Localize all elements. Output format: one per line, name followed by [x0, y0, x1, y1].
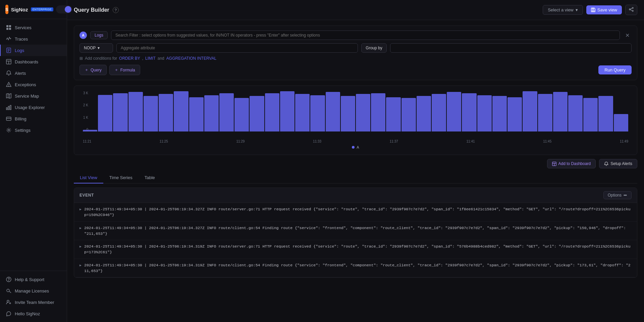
- help-icon[interactable]: ?: [113, 7, 119, 13]
- sidebar-item-billing[interactable]: Billing: [0, 113, 67, 124]
- chart-bar: [462, 93, 476, 131]
- log-row[interactable]: ▶ 2024-01-25T11:49:34+05:30 | 2024-01-25…: [74, 222, 637, 240]
- tab-time-series[interactable]: Time Series: [103, 172, 139, 183]
- svg-point-27: [7, 300, 9, 302]
- chart-bar: [204, 95, 219, 131]
- sidebar-item-manage-licenses[interactable]: Manage Licenses: [0, 285, 67, 297]
- svg-line-35: [630, 8, 632, 9]
- chart-bar: [492, 96, 507, 131]
- log-row[interactable]: ▶ 2024-01-25T11:49:34+05:30 | 2024-01-25…: [74, 240, 637, 259]
- sidebar-item-traces[interactable]: Traces: [0, 33, 67, 45]
- svg-rect-30: [592, 10, 594, 11]
- map-icon: [6, 93, 11, 99]
- sidebar-label-traces: Traces: [15, 37, 28, 42]
- log-expand-icon[interactable]: ▶: [79, 263, 82, 268]
- svg-rect-0: [6, 25, 8, 27]
- chart-bar: [128, 92, 143, 131]
- tab-time-series-label: Time Series: [109, 175, 132, 180]
- log-expand-icon[interactable]: ▶: [79, 226, 82, 231]
- svg-marker-13: [6, 94, 11, 98]
- sidebar-item-help-support[interactable]: Help & Support: [0, 274, 67, 285]
- view-tabs: List View Time Series Table: [74, 172, 637, 183]
- save-view-button[interactable]: Save view: [586, 5, 622, 14]
- log-expand-icon[interactable]: ▶: [79, 244, 82, 249]
- sidebar-label-logs: Logs: [15, 48, 24, 53]
- sidebar-label-manage-licenses: Manage Licenses: [15, 288, 49, 293]
- sidebar-label-exceptions: Exceptions: [15, 82, 36, 87]
- chevron-down-icon: ▾: [576, 7, 578, 12]
- log-text: 2024-01-25T11:49:34+05:30 | 2024-01-25T0…: [84, 206, 632, 218]
- key-icon: [6, 288, 11, 293]
- sidebar-item-invite-team-member[interactable]: Invite Team Member: [0, 297, 67, 308]
- plus-icon-formula: ＋: [114, 67, 118, 73]
- settings-icon: [6, 127, 11, 133]
- svg-rect-1: [9, 25, 11, 27]
- chart-y-axis: 3 K 2 K 1 K 0: [79, 91, 90, 131]
- source-badge[interactable]: Logs: [90, 31, 108, 39]
- query-label-a: A: [79, 32, 87, 39]
- sidebar-label-help-support: Help & Support: [15, 277, 44, 282]
- svg-rect-17: [8, 106, 9, 110]
- log-row[interactable]: ▶ 2024-01-25T11:49:34+05:30 | 2024-01-25…: [74, 203, 637, 222]
- add-to-dashboard-button[interactable]: Add to Dashboard: [547, 159, 596, 168]
- close-query-button[interactable]: ✕: [623, 32, 632, 39]
- sidebar-item-settings[interactable]: Settings: [0, 124, 67, 136]
- group-by-input[interactable]: [390, 43, 632, 53]
- help-circle-icon: [6, 277, 11, 282]
- share-button[interactable]: [625, 5, 637, 15]
- sidebar-item-alerts[interactable]: Alerts: [0, 67, 67, 79]
- header-right: Select a view ▾ Save view: [543, 5, 637, 15]
- noop-select[interactable]: NOOP ▾: [79, 43, 113, 53]
- sidebar-item-usage-explorer[interactable]: Usage Explorer: [0, 102, 67, 113]
- sidebar-item-hello-signoz[interactable]: Hello SigNoz: [0, 308, 67, 319]
- sidebar-label-services: Services: [15, 25, 32, 30]
- chart-bar: [538, 94, 552, 131]
- limit-link[interactable]: LIMIT: [145, 56, 156, 61]
- sidebar-item-service-map[interactable]: Service Map: [0, 90, 67, 102]
- setup-alerts-button[interactable]: Setup Alerts: [599, 159, 637, 168]
- enterprise-badge: ENTERPRISE: [31, 7, 54, 11]
- logo-icon: S: [5, 5, 8, 14]
- tab-list-view[interactable]: List View: [74, 172, 103, 183]
- order-by-link[interactable]: ORDER BY: [119, 56, 140, 61]
- log-rows: ▶ 2024-01-25T11:49:34+05:30 | 2024-01-25…: [74, 203, 637, 277]
- chart-bar: [447, 92, 461, 131]
- sidebar-label-alerts: Alerts: [15, 71, 26, 76]
- theme-toggle[interactable]: [56, 5, 72, 13]
- sidebar-item-dashboards[interactable]: Dashboards: [0, 56, 67, 67]
- log-expand-icon[interactable]: ▶: [79, 207, 82, 212]
- sidebar-item-logs[interactable]: Logs: [0, 45, 67, 56]
- log-table-header: Event Options: [74, 188, 637, 203]
- file-text-icon: [6, 48, 11, 53]
- credit-card-icon: [6, 116, 11, 121]
- log-table-header-title: Event: [79, 193, 94, 198]
- conditions-row: ⊞ Add conditions for ORDER BY , LIMIT an…: [79, 56, 632, 61]
- add-query-button[interactable]: ＋ Query: [79, 65, 107, 75]
- select-view-button[interactable]: Select a view ▾: [543, 5, 583, 15]
- svg-point-34: [632, 10, 634, 12]
- sidebar-item-exceptions[interactable]: Exceptions: [0, 79, 67, 90]
- chart-bar: [598, 96, 613, 131]
- run-query-button[interactable]: Run Query: [598, 65, 632, 74]
- expand-conditions-icon[interactable]: ⊞: [79, 56, 83, 61]
- noop-label: NOOP: [84, 46, 96, 50]
- options-icon: [623, 193, 627, 197]
- sidebar-item-services[interactable]: Services: [0, 22, 67, 33]
- grid-icon: [6, 25, 11, 30]
- chart-bar: [113, 93, 127, 131]
- chart-bars: [79, 91, 632, 131]
- query-button-label: Query: [91, 68, 102, 72]
- options-button[interactable]: Options: [603, 191, 632, 199]
- search-filter-input[interactable]: [111, 31, 620, 40]
- tab-table[interactable]: Table: [139, 172, 161, 183]
- chart-bar: [477, 95, 492, 131]
- svg-point-40: [624, 195, 625, 196]
- log-row[interactable]: ▶ 2024-01-25T11:49:34+05:30 | 2024-01-25…: [74, 259, 637, 278]
- chevron-down-icon-noop: ▾: [98, 46, 100, 50]
- group-by-label: Group by: [361, 43, 386, 53]
- chart-bar: [356, 94, 370, 131]
- aggregate-input[interactable]: [116, 43, 358, 53]
- chart-actions: Add to Dashboard Setup Alerts: [74, 159, 637, 168]
- aggregation-interval-link[interactable]: AGGREGATION INTERVAL: [166, 56, 216, 61]
- add-formula-button[interactable]: ＋ Formula: [109, 65, 140, 75]
